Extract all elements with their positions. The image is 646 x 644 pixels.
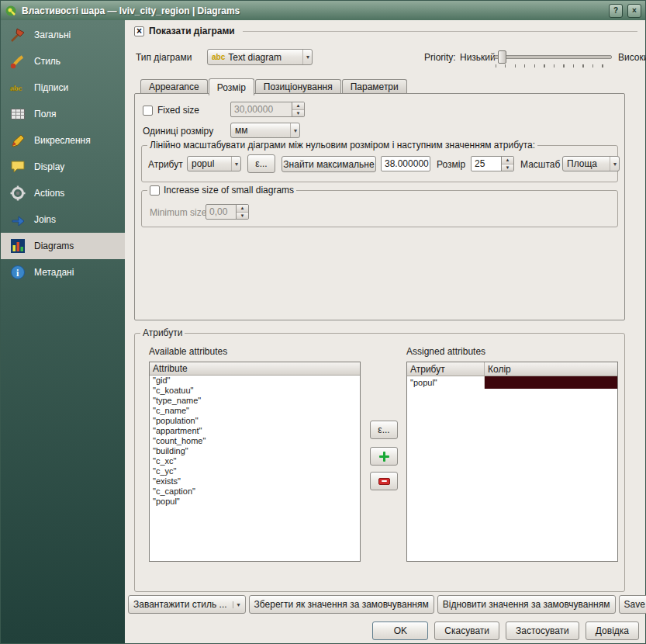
titlebar[interactable]: Властивості шара — lviv_city_region | Di… [1, 1, 645, 20]
add-attribute-button[interactable] [370, 447, 398, 466]
size-spinbox[interactable]: 25 ▲▼ [471, 156, 514, 171]
save-as-default-button[interactable]: Зберегти як значення за замовчуванням [249, 595, 434, 614]
sidebar-item-label: Actions [34, 188, 64, 199]
expression-button[interactable]: ε... [247, 154, 275, 173]
ok-button[interactable]: OK [372, 621, 428, 640]
list-item[interactable]: "type_name" [150, 396, 360, 406]
cancel-button[interactable]: Скасувати [434, 621, 499, 640]
list-item[interactable]: "c_xc" [150, 456, 360, 466]
spin-down-icon[interactable]: ▼ [237, 212, 248, 220]
list-item[interactable]: "population" [150, 416, 360, 426]
tab-options[interactable]: Параметри [342, 79, 407, 94]
spin-up-icon[interactable]: ▲ [502, 157, 513, 164]
sidebar-item-label: Display [34, 161, 64, 172]
available-attributes-label: Available attributes [149, 346, 227, 357]
apply-button[interactable]: Застосувати [506, 621, 579, 640]
priority-high-label: Високий [618, 52, 646, 63]
sidebar-item-actions[interactable]: Actions [1, 180, 125, 206]
color-column-header[interactable]: Колір [485, 362, 617, 376]
sidebar-item-rendering[interactable]: Викреслення [1, 127, 125, 154]
list-item[interactable]: "building" [150, 446, 360, 456]
maximum-value-field[interactable]: 38.000000 [381, 156, 430, 171]
general-icon [9, 26, 27, 44]
sidebar-item-fields[interactable]: Поля [1, 101, 125, 127]
sidebar-item-label: Стиль [34, 56, 60, 67]
list-item[interactable]: "c_yc" [150, 466, 360, 476]
fixed-size-spinbox[interactable]: 30,00000 ▲▼ [230, 102, 305, 117]
save-style-button[interactable]: Save Style▾ [619, 595, 646, 614]
tab-bar: AppearanceРозмірПозиціонуванняПараметри [140, 78, 408, 94]
diagrams-icon [9, 237, 27, 255]
list-item[interactable]: "count_home" [150, 436, 360, 446]
help-titlebar-button[interactable]: ? [609, 4, 623, 18]
priority-label: Priority: [424, 52, 456, 63]
sidebar-item-label: Joins [34, 214, 56, 225]
slider-ticks [496, 64, 610, 68]
main-content: × Показати діаграми Тип діаграми abc Tex… [125, 20, 645, 643]
available-attributes-list[interactable]: Attribute "gid""c_koatuu""type_name""c_n… [149, 362, 361, 562]
sidebar-item-metadata[interactable]: iМетадані [1, 259, 125, 286]
style-buttons-row: Завантажити стиль ...▾ Зберегти як значе… [128, 595, 641, 615]
size-units-select[interactable]: мм ▾ [230, 123, 300, 138]
fixed-size-row: Fixed size [143, 105, 199, 116]
fields-icon [9, 105, 27, 123]
attribute-column-header[interactable]: Атрибут [407, 362, 485, 376]
assigned-attributes-body: "popul" [407, 376, 617, 389]
linear-scale-group: Лінійно масштабувати діаграми між нульов… [141, 145, 618, 182]
attribute-select[interactable]: popul ▾ [187, 156, 241, 171]
sidebar-item-style[interactable]: Стиль [1, 48, 125, 74]
spin-up-icon[interactable]: ▲ [292, 102, 304, 109]
sidebar-item-joins[interactable]: Joins [1, 206, 125, 233]
actions-icon [9, 184, 27, 203]
increase-size-checkbox[interactable] [150, 185, 160, 196]
spin-down-icon[interactable]: ▼ [502, 164, 513, 171]
sidebar-item-label: Викреслення [34, 135, 91, 146]
close-button[interactable]: × [627, 4, 641, 18]
chevron-down-icon: ▾ [290, 123, 297, 137]
list-item[interactable]: "popul" [150, 497, 360, 507]
sidebar-item-labels[interactable]: abcПідписи [1, 74, 125, 101]
scale-select[interactable]: Площа ▾ [562, 156, 620, 171]
size-tab-panel: Fixed size 30,00000 ▲▼ Одиниці розміру м… [134, 93, 625, 320]
show-diagrams-checkbox[interactable]: × [134, 26, 144, 36]
expression-button[interactable]: ε... [370, 421, 398, 439]
minimum-size-spinbox[interactable]: 0,00 ▲▼ [206, 204, 249, 220]
list-item[interactable]: "gid" [150, 376, 360, 386]
remove-attribute-button[interactable] [370, 472, 398, 490]
priority-slider[interactable] [494, 49, 612, 68]
tab-placement[interactable]: Позиціонування [255, 79, 341, 94]
list-item[interactable]: "c_name" [150, 406, 360, 416]
available-attributes-header[interactable]: Attribute [150, 362, 360, 376]
assigned-attribute-cell[interactable]: "popul" [407, 376, 485, 389]
increase-size-group-title: Increase size of small diagrams [147, 185, 296, 196]
style-icon [9, 52, 27, 71]
help-button[interactable]: Довідка [586, 621, 639, 640]
fixed-size-checkbox[interactable] [143, 106, 153, 116]
sidebar-item-general[interactable]: Загальні [1, 22, 125, 48]
list-item[interactable]: "c_caption" [150, 486, 360, 497]
tab-appearance[interactable]: Appearance [140, 79, 208, 94]
tab-size[interactable]: Розмір [209, 78, 254, 95]
list-item[interactable]: "c_koatuu" [150, 386, 360, 396]
sidebar-item-label: Підписи [34, 82, 68, 93]
list-item[interactable]: "exists" [150, 476, 360, 486]
assigned-attributes-table[interactable]: Атрибут Колір "popul" [406, 362, 618, 562]
fixed-size-label: Fixed size [157, 105, 199, 116]
spin-down-icon[interactable]: ▼ [292, 109, 304, 117]
priority-low-label: Низький [460, 52, 496, 63]
find-maximum-button[interactable]: Знайти максимальне [282, 156, 376, 172]
slider-groove [494, 55, 612, 59]
assigned-color-swatch[interactable] [485, 376, 617, 389]
diagram-type-label: Тип діаграми [136, 52, 192, 63]
attribute-label: Атрибут [148, 159, 183, 170]
diagram-type-select[interactable]: abc Text diagram ▾ [207, 49, 313, 65]
list-item[interactable]: "appartment" [150, 426, 360, 436]
sidebar-item-display[interactable]: Display [1, 154, 125, 180]
sidebar-item-diagrams[interactable]: Diagrams [1, 233, 125, 259]
load-style-button[interactable]: Завантажити стиль ...▾ [128, 595, 246, 614]
restore-default-button[interactable]: Відновити значення за замовчуванням [437, 595, 616, 614]
spin-up-icon[interactable]: ▲ [237, 205, 248, 212]
table-row[interactable]: "popul" [407, 376, 617, 389]
slider-handle[interactable] [498, 50, 506, 64]
diagram-type-value: Text diagram [228, 52, 282, 63]
